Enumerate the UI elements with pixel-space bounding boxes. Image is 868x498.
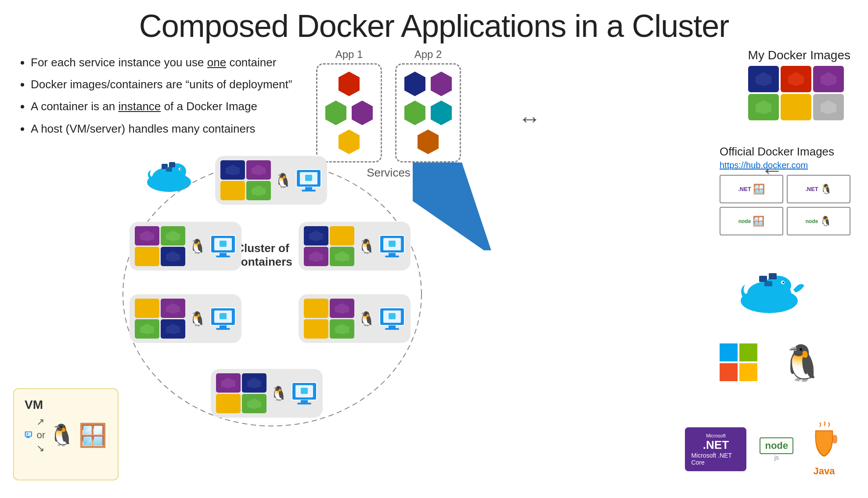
svg-rect-79 — [301, 388, 308, 394]
container-stack-botleft — [135, 299, 185, 339]
monitor-icon-botleft — [210, 307, 236, 331]
svg-marker-55 — [140, 324, 154, 334]
svg-marker-73 — [221, 398, 235, 409]
svg-marker-37 — [140, 251, 154, 262]
my-docker-images: My Docker Images — [748, 48, 850, 120]
svg-marker-9 — [756, 72, 771, 86]
svg-rect-91 — [769, 273, 777, 279]
svg-rect-84 — [27, 433, 29, 435]
penguin-icon-botright: 🐧 — [358, 310, 375, 327]
svg-marker-13 — [788, 100, 804, 114]
cont-bl4 — [161, 319, 185, 339]
img-cell-2 — [781, 66, 811, 92]
cont-2 — [246, 160, 271, 180]
nodejs-icon: node js — [760, 437, 793, 461]
net-win-cell: .NET 🪟 — [720, 175, 783, 203]
bullet-3: A container is an instance of a Docker I… — [31, 97, 292, 116]
img-cell-5 — [781, 94, 811, 120]
svg-marker-27 — [252, 165, 266, 175]
official-title: Official Docker Images — [720, 145, 834, 159]
cont-3 — [220, 181, 245, 200]
svg-marker-35 — [140, 231, 154, 241]
penguin-icon-right: 🐧 — [358, 238, 375, 255]
cont-r3 — [304, 247, 328, 266]
host-node-top: 🐧 — [215, 156, 327, 205]
vm-penguin-icon: 🐧 — [49, 423, 75, 447]
cont-b4 — [242, 394, 267, 413]
svg-rect-60 — [216, 328, 230, 330]
img-cell-1 — [748, 66, 779, 92]
vm-label: VM — [25, 398, 43, 412]
svg-rect-90 — [759, 276, 767, 282]
svg-marker-54 — [166, 303, 180, 314]
svg-marker-74 — [247, 398, 261, 409]
svg-rect-78 — [297, 403, 311, 404]
svg-marker-56 — [166, 324, 180, 334]
cont-b2 — [242, 373, 267, 393]
official-docker: Official Docker Images https://hub.docke… — [720, 145, 850, 235]
svg-rect-34 — [305, 175, 312, 181]
svg-rect-68 — [389, 325, 396, 328]
hex-darkblue — [403, 71, 426, 97]
penguin-icon-bot: 🐧 — [270, 385, 288, 402]
container-stack-top — [220, 160, 271, 200]
svg-marker-53 — [140, 303, 154, 314]
svg-rect-96 — [739, 363, 757, 381]
svg-marker-29 — [252, 185, 266, 196]
container-stack-bot — [216, 373, 267, 413]
cont-l2 — [161, 226, 185, 245]
cont-l1 — [135, 226, 159, 245]
cluster-label: Cluster ofContainers — [233, 242, 292, 269]
cont-bl3 — [135, 319, 159, 339]
bullet-4: A host (VM/server) handles many containe… — [31, 119, 292, 138]
docker-whale-right-icon — [736, 259, 807, 318]
svg-marker-10 — [788, 72, 804, 86]
official-link[interactable]: https://hub.docker.com — [720, 160, 808, 170]
cont-1 — [220, 160, 245, 180]
svg-rect-92 — [764, 281, 772, 286]
img-cell-6 — [813, 94, 844, 120]
svg-rect-70 — [389, 313, 396, 319]
svg-marker-38 — [166, 251, 180, 262]
image-grid — [748, 66, 844, 120]
svg-rect-95 — [720, 363, 738, 381]
container-stack-right — [304, 226, 354, 266]
vm-arrows: ↗ or ↘ — [36, 416, 45, 454]
hex-purple2 — [430, 71, 453, 97]
svg-marker-11 — [821, 72, 836, 86]
host-node-botleft: 🐧 — [130, 294, 241, 343]
svg-rect-83 — [26, 437, 30, 438]
monitor-icon-left — [210, 235, 236, 258]
cont-4 — [246, 181, 271, 200]
svg-rect-32 — [305, 187, 312, 190]
hex-red — [338, 71, 360, 97]
net-grid: .NET 🪟 .NET 🐧 node 🪟 node 🐧 — [720, 175, 850, 235]
svg-marker-71 — [221, 378, 235, 388]
svg-marker-2 — [352, 101, 373, 125]
app2-label: App 2 — [414, 48, 442, 61]
monitor-icon-botright — [379, 307, 405, 331]
penguin-icon-top: 🐧 — [274, 172, 292, 189]
cont-r4 — [330, 247, 354, 266]
vm-box: VM ↗ or ↘ 🐧 🪟 — [13, 388, 119, 480]
svg-marker-46 — [309, 251, 323, 262]
svg-rect-97 — [832, 435, 837, 444]
my-docker-title: My Docker Images — [748, 48, 850, 62]
svg-marker-47 — [335, 251, 349, 262]
cont-b3 — [216, 394, 241, 413]
bullet-section: For each service instance you use one co… — [18, 53, 292, 141]
svg-marker-28 — [226, 185, 240, 196]
cont-br4 — [330, 319, 354, 339]
svg-marker-12 — [756, 100, 771, 114]
cont-bl2 — [161, 299, 185, 318]
svg-rect-93 — [720, 343, 738, 361]
svg-marker-64 — [309, 324, 323, 334]
svg-rect-41 — [220, 253, 227, 256]
linux-penguin-icon: 🐧 — [780, 343, 824, 384]
host-node-right: 🐧 — [299, 222, 411, 271]
monitor-icon-right — [379, 235, 405, 258]
svg-marker-72 — [247, 378, 261, 388]
hex-green2 — [403, 100, 426, 126]
svg-rect-94 — [739, 343, 757, 361]
svg-marker-0 — [339, 72, 360, 96]
